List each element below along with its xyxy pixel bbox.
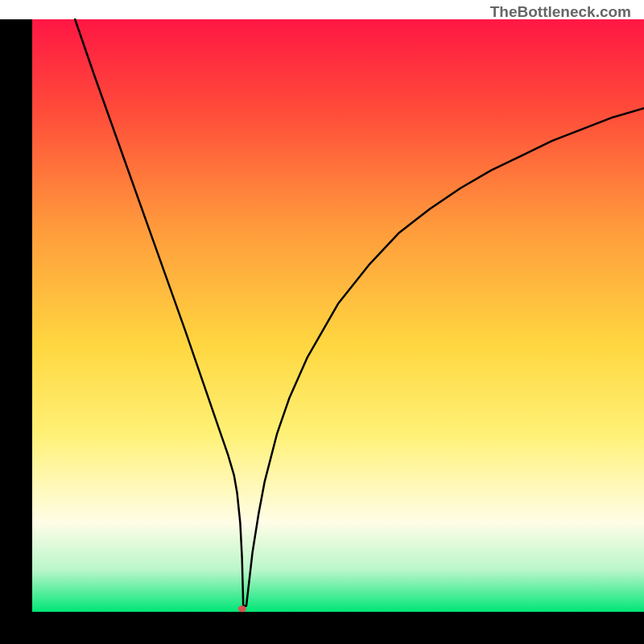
watermark-text: TheBottleneck.com (490, 3, 631, 21)
svg-rect-1 (0, 612, 644, 644)
optimal-marker (238, 605, 246, 612)
plot-background (32, 19, 644, 612)
svg-rect-0 (0, 19, 32, 644)
bottleneck-chart (0, 0, 644, 644)
chart-container: TheBottleneck.com (0, 0, 644, 644)
